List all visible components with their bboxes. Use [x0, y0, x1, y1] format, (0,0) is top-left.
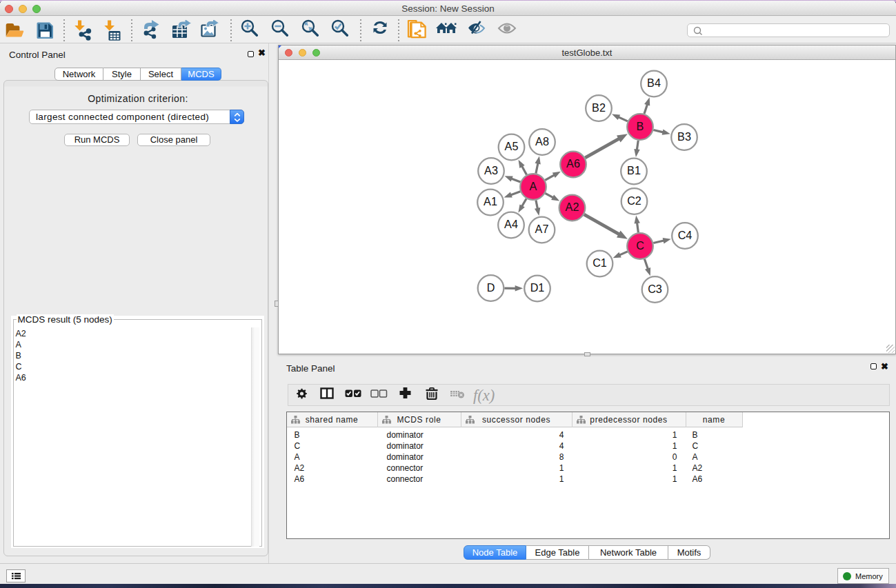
svg-text:B1: B1 — [627, 164, 641, 176]
svg-text:B2: B2 — [592, 101, 606, 114]
svg-text:A2: A2 — [566, 201, 579, 213]
svg-text:A4: A4 — [504, 218, 518, 230]
svg-text:A8: A8 — [535, 135, 549, 148]
svg-text:C1: C1 — [593, 256, 607, 269]
svg-text:A3: A3 — [484, 164, 498, 176]
svg-text:C2: C2 — [627, 194, 641, 207]
svg-text:B4: B4 — [647, 77, 661, 89]
svg-text:A1: A1 — [484, 195, 497, 207]
svg-text:C: C — [636, 239, 644, 252]
svg-text:A6: A6 — [566, 157, 580, 170]
svg-text:C4: C4 — [678, 229, 693, 241]
svg-text:A7: A7 — [535, 223, 549, 235]
svg-text:B3: B3 — [677, 130, 691, 143]
svg-text:B: B — [637, 120, 644, 132]
svg-text:D1: D1 — [530, 281, 545, 294]
svg-text:A5: A5 — [505, 140, 519, 152]
svg-text:C3: C3 — [648, 283, 662, 295]
svg-text:D: D — [487, 281, 495, 294]
svg-text:A: A — [530, 180, 537, 192]
